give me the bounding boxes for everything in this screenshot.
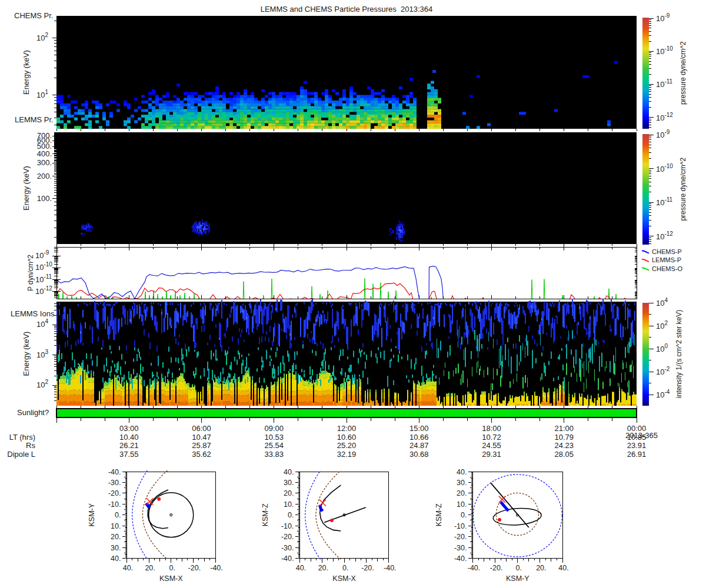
svg-text:KSM-Z: KSM-Z (435, 503, 443, 526)
svg-text:-10.: -10. (108, 500, 121, 509)
svg-text:10.40: 10.40 (119, 433, 139, 442)
svg-text:10.53: 10.53 (264, 433, 284, 442)
svg-text:30.: 30. (457, 479, 467, 487)
svg-text:24.55: 24.55 (482, 441, 501, 450)
svg-text:20.: 20. (284, 489, 294, 497)
svg-text:-40.: -40. (281, 554, 294, 563)
svg-text:12:00: 12:00 (337, 424, 357, 433)
svg-text:-20.: -20. (188, 564, 201, 572)
svg-text:LEMMS and CHEMS Particle Press: LEMMS and CHEMS Particle Pressures 2013:… (261, 5, 433, 14)
svg-text:40.: 40. (296, 564, 306, 572)
svg-text:0.: 0. (288, 511, 294, 519)
svg-text:KSM-X: KSM-X (159, 574, 183, 583)
svg-text:KSM-X: KSM-X (332, 574, 356, 583)
svg-text:24.23: 24.23 (554, 441, 574, 450)
svg-text:-20.: -20. (108, 489, 121, 497)
svg-text:-30.: -30. (454, 544, 467, 552)
svg-text:29.31: 29.31 (482, 450, 501, 459)
svg-text:0.: 0. (516, 564, 522, 572)
svg-text:Rs: Rs (26, 441, 35, 450)
svg-text:-10.: -10. (454, 522, 467, 530)
svg-text:700.: 700. (37, 131, 52, 140)
svg-text:20.: 20. (536, 564, 546, 572)
svg-text:KSM-Z: KSM-Z (261, 503, 269, 526)
svg-text:37.55: 37.55 (119, 450, 139, 459)
svg-text:10.60: 10.60 (337, 433, 357, 442)
svg-text:-40.: -40. (454, 554, 467, 563)
svg-text:03:00: 03:00 (119, 424, 139, 433)
svg-text:26.91: 26.91 (627, 450, 647, 459)
svg-text:26.21: 26.21 (119, 441, 139, 450)
svg-text:CHEMS-O: CHEMS-O (652, 265, 682, 272)
svg-text:-30.: -30. (281, 544, 294, 552)
svg-text:-20.: -20. (490, 564, 503, 572)
svg-text:40.: 40. (284, 468, 294, 476)
svg-text:24.87: 24.87 (409, 441, 429, 450)
svg-text:10.66: 10.66 (409, 433, 429, 442)
svg-text:pressure dyne/cm^2: pressure dyne/cm^2 (679, 41, 687, 105)
svg-text:10.: 10. (457, 500, 467, 509)
svg-text:-40.: -40. (210, 564, 223, 572)
svg-text:10.: 10. (111, 522, 121, 530)
svg-text:-40.: -40. (108, 468, 121, 476)
svg-text:09:00: 09:00 (264, 424, 284, 433)
svg-text:KSM-Y: KSM-Y (88, 503, 96, 526)
svg-text:25.87: 25.87 (192, 441, 211, 450)
svg-text:0.: 0. (115, 511, 121, 519)
svg-text:Sunlight?: Sunlight? (17, 408, 49, 417)
svg-text:-20.: -20. (361, 564, 374, 572)
svg-text:30.: 30. (111, 544, 121, 552)
svg-text:-40.: -40. (468, 564, 481, 572)
svg-text:30.: 30. (284, 479, 294, 487)
svg-text:P dyn/cm^2: P dyn/cm^2 (26, 255, 35, 291)
svg-text:40.: 40. (111, 554, 121, 563)
svg-text:CHEMS Pr.: CHEMS Pr. (14, 11, 53, 20)
svg-text:40.: 40. (558, 564, 568, 572)
svg-text:LEMMS Pr.: LEMMS Pr. (15, 115, 54, 124)
svg-text:Energy (keV): Energy (keV) (22, 166, 31, 211)
svg-text:-40.: -40. (384, 564, 397, 572)
svg-text:30.68: 30.68 (409, 450, 429, 459)
svg-text:LT (hrs): LT (hrs) (9, 433, 35, 442)
svg-text:Energy (keV): Energy (keV) (22, 50, 31, 95)
svg-text:15:00: 15:00 (409, 424, 429, 433)
svg-text:LEMMS-P: LEMMS-P (652, 256, 681, 263)
svg-text:20.: 20. (145, 564, 155, 572)
svg-text:32.19: 32.19 (337, 450, 357, 459)
svg-text:-30.: -30. (108, 479, 121, 487)
svg-text:20.: 20. (111, 533, 121, 541)
svg-text:200.: 200. (37, 172, 52, 181)
svg-text:Energy (keV): Energy (keV) (22, 332, 31, 376)
svg-text:18:00: 18:00 (482, 424, 501, 433)
svg-text:20.: 20. (318, 564, 328, 572)
svg-text:21:00: 21:00 (554, 424, 574, 433)
svg-text:25.20: 25.20 (337, 441, 357, 450)
svg-text:Dipole L: Dipole L (7, 450, 35, 459)
svg-text:CHEMS-P: CHEMS-P (652, 248, 682, 255)
svg-text:40.: 40. (457, 468, 467, 476)
svg-text:10.: 10. (284, 500, 294, 509)
svg-text:33.83: 33.83 (264, 450, 284, 459)
svg-text:0.: 0. (342, 564, 348, 572)
svg-text:0.: 0. (169, 564, 175, 572)
svg-text:06:00: 06:00 (192, 424, 211, 433)
svg-text:23.91: 23.91 (627, 441, 647, 450)
svg-text:10.72: 10.72 (482, 433, 501, 442)
svg-text:pressure dyne/cm^2: pressure dyne/cm^2 (679, 158, 687, 221)
svg-text:10.79: 10.79 (554, 433, 574, 442)
svg-text:10.47: 10.47 (192, 433, 211, 442)
svg-text:100.: 100. (37, 194, 52, 203)
svg-text:40.: 40. (123, 564, 133, 572)
svg-text:intensity 1/(s cm^2 ster keV): intensity 1/(s cm^2 ster keV) (675, 310, 683, 398)
svg-text:LEMMS Ions: LEMMS Ions (11, 309, 55, 318)
svg-text:KSM-Y: KSM-Y (506, 574, 530, 583)
svg-text:-20.: -20. (454, 533, 467, 541)
svg-text:2013-365: 2013-365 (625, 431, 658, 440)
svg-text:20.: 20. (457, 489, 467, 497)
svg-text:-20.: -20. (281, 533, 294, 541)
svg-text:28.05: 28.05 (554, 450, 574, 459)
svg-text:-10.: -10. (281, 522, 294, 530)
svg-text:300.: 300. (37, 158, 52, 167)
svg-text:25.54: 25.54 (264, 441, 284, 450)
svg-text:35.62: 35.62 (192, 450, 211, 459)
